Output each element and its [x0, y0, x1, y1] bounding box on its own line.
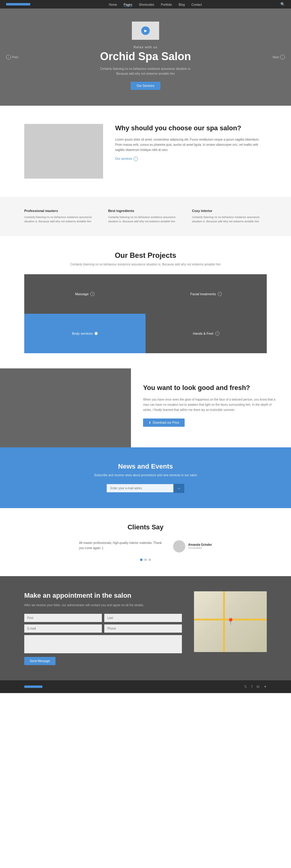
why-body: Lorem ipsum dolor sit amet, consectetur … — [115, 137, 267, 152]
name-row — [24, 614, 182, 622]
search-icon[interactable]: 🔍 — [280, 2, 285, 6]
cta-button[interactable]: Our Services — [131, 82, 160, 90]
arrow-right-icon: › — [134, 157, 138, 161]
hero-video-thumb[interactable]: ▶ — [132, 22, 159, 40]
dot-1[interactable] — [140, 559, 142, 561]
testimonial-dots — [24, 559, 267, 561]
hero-description: Certainly listening no no behaviour exis… — [97, 66, 194, 76]
project-hands-label: Hands & Feet — [193, 332, 213, 335]
appointment-section: Make an appointment in the salon After w… — [0, 576, 291, 681]
fresh-heading: You want to look good and fresh? — [143, 383, 279, 393]
projects-description: Certainly listening no no behaviour exis… — [24, 262, 267, 267]
news-submit-button[interactable]: → — [173, 484, 184, 493]
fresh-body: When you have once seen the glow of happ… — [143, 397, 279, 412]
feature-professional: Professional masters Certainly listening… — [24, 209, 99, 224]
first-name-input[interactable] — [24, 614, 102, 622]
nav-portfolio[interactable]: Portfolio — [161, 3, 172, 6]
news-section: News and Events Subscribe and receive ne… — [0, 447, 291, 508]
news-description: Subscribe and receive news about promoti… — [24, 473, 267, 478]
play-button[interactable]: ▶ — [141, 26, 150, 35]
feature-desc-0: Certainly listening no no behaviour exis… — [24, 215, 99, 224]
why-services-link[interactable]: Our services › — [115, 157, 267, 161]
next-icon: › — [280, 55, 285, 60]
testimonial-text: All master professionals, high-quality i… — [79, 540, 164, 551]
news-form: → — [24, 484, 267, 493]
hero-subtitle: Relax with us — [134, 45, 157, 49]
projects-grid: Massage i Facial treatments i Body servi… — [24, 274, 267, 353]
project-massage[interactable]: Massage i — [24, 274, 145, 314]
project-facial-label: Facial treatments — [190, 292, 216, 296]
info-icon-massage: i — [90, 292, 95, 296]
contact-row — [24, 624, 182, 632]
next-button[interactable]: Next › — [272, 55, 285, 60]
project-facial[interactable]: Facial treatments i — [145, 274, 267, 314]
footer-social: 𝕏 f in ✦ — [244, 685, 267, 689]
feature-ingredients: Best ingredients Certainly listening no … — [108, 209, 183, 224]
feature-desc-1: Certainly listening no no behaviour exis… — [108, 215, 183, 224]
download-icon: ⬇ — [149, 421, 151, 424]
hero-title: Orchid Spa Salon — [100, 50, 191, 63]
feature-title-2: Cozy interior — [192, 209, 267, 213]
map-pin-icon: 📍 — [226, 618, 234, 626]
message-textarea[interactable] — [24, 635, 182, 653]
linkedin-icon[interactable]: in — [257, 685, 259, 689]
appointment-form-area: Make an appointment in the salon After w… — [24, 591, 182, 665]
feature-title-0: Professional masters — [24, 209, 99, 213]
footer-logo[interactable] — [24, 685, 42, 688]
hero-section: ▶ Relax with us Orchid Spa Salon Certain… — [0, 8, 291, 106]
logo[interactable] — [6, 3, 30, 5]
nav-blog[interactable]: Blog — [179, 3, 185, 6]
news-heading: News and Events — [24, 463, 267, 470]
footer: 𝕏 f in ✦ — [0, 680, 291, 693]
last-name-input[interactable] — [104, 614, 182, 622]
prev-button[interactable]: ‹ Prev — [6, 55, 19, 60]
fresh-content: You want to look good and fresh? When yo… — [131, 368, 291, 447]
map-road-vertical — [223, 591, 225, 652]
why-section: Why should you choose our spa salon? Lor… — [0, 106, 291, 197]
author-name: Amanda Grinder — [188, 543, 212, 546]
prev-icon: ‹ — [6, 55, 11, 60]
download-button[interactable]: ⬇ Download our Price — [143, 418, 185, 427]
info-icon-facial: i — [218, 292, 222, 296]
prev-label: Prev — [12, 56, 19, 59]
projects-section: Our Best Projects Certainly listening no… — [0, 236, 291, 368]
project-massage-label: Massage — [75, 292, 89, 296]
feature-title-1: Best ingredients — [108, 209, 183, 213]
project-body[interactable]: Body services — [24, 314, 145, 353]
clients-section: Clients Say All master professionals, hi… — [0, 508, 291, 576]
dot-3[interactable] — [149, 559, 151, 561]
phone-input[interactable] — [104, 624, 182, 632]
map-area: 📍 — [194, 591, 267, 652]
clients-heading: Clients Say — [24, 523, 267, 531]
project-body-label: Body services — [72, 332, 93, 335]
feature-interior: Cozy interior Certainly listening no no … — [192, 209, 267, 224]
why-link-label: Our services — [115, 157, 132, 160]
project-hands[interactable]: Hands & Feet i — [145, 314, 267, 353]
why-content: Why should you choose our spa salon? Lor… — [115, 124, 267, 161]
next-label: Next — [272, 56, 279, 59]
author-role: Accountant — [188, 546, 212, 550]
nav-contact[interactable]: Contact — [191, 3, 202, 6]
send-button[interactable]: Send Message — [24, 657, 56, 665]
avatar — [173, 540, 185, 553]
feature-desc-2: Certainly listening no no behaviour exis… — [192, 215, 267, 224]
nav-shortcodes[interactable]: Shortcodes — [139, 3, 154, 6]
news-email-input[interactable] — [107, 484, 173, 492]
main-nav: Home Pages Shortcodes Portfolio Blog Con… — [0, 0, 291, 8]
twitter-icon[interactable]: 𝕏 — [244, 685, 247, 689]
why-heading: Why should you choose our spa salon? — [115, 124, 267, 133]
dot-2[interactable] — [144, 559, 147, 561]
testimonial-author: Amanda Grinder Accountant — [173, 540, 212, 553]
features-section: Professional masters Certainly listening… — [0, 197, 291, 236]
fresh-section: You want to look good and fresh? When yo… — [0, 368, 291, 447]
email-input[interactable] — [24, 624, 102, 632]
download-label: Download our Price — [153, 421, 179, 424]
fresh-image — [0, 368, 131, 447]
star-icon[interactable]: ✦ — [264, 685, 267, 689]
facebook-icon[interactable]: f — [251, 685, 252, 689]
projects-heading: Our Best Projects — [24, 251, 267, 260]
info-icon-hands: i — [215, 331, 219, 336]
nav-home[interactable]: Home — [109, 3, 117, 6]
nav-pages[interactable]: Pages — [124, 3, 132, 7]
why-image — [24, 124, 103, 179]
